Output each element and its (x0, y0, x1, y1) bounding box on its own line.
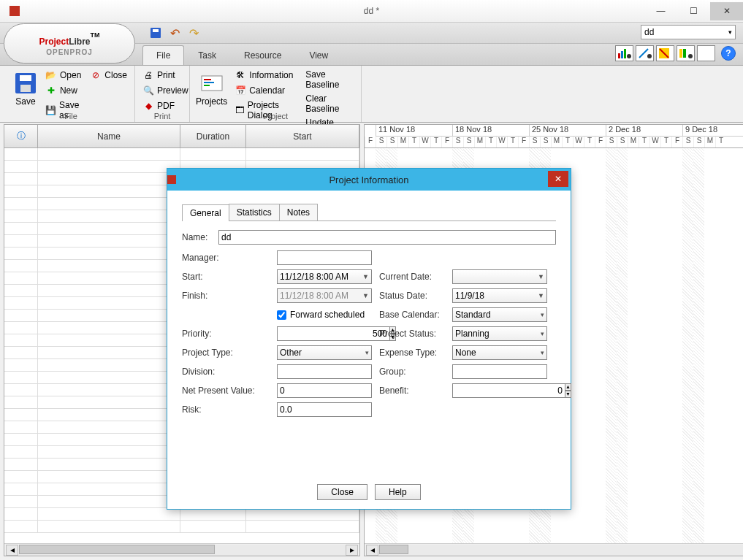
tab-notes[interactable]: Notes (279, 204, 318, 220)
grid-col-start[interactable]: Start (246, 125, 359, 147)
information-button[interactable]: 🛠Information (233, 69, 298, 82)
expense-type-field[interactable]: None▾ (452, 345, 547, 360)
svg-point-8 (647, 54, 652, 58)
timeline-day-label: T (715, 137, 726, 148)
timeline-day-label: W (573, 137, 584, 148)
view-icon-1[interactable] (615, 45, 633, 61)
dialog-close-btn[interactable]: Close (317, 484, 367, 500)
timeline-day-label: W (496, 137, 507, 148)
chevron-down-icon: ▼ (538, 273, 544, 280)
close-file-button[interactable]: ⊘Close (88, 69, 129, 82)
tab-statistics[interactable]: Statistics (229, 204, 280, 220)
undo-icon[interactable]: ↶ (169, 27, 180, 39)
tab-resource[interactable]: Resource (230, 45, 295, 65)
dialog-help-btn[interactable]: Help (375, 484, 421, 500)
benefit-field[interactable]: ▲▼ (452, 383, 547, 398)
scroll-left-icon[interactable]: ◂ (366, 545, 378, 556)
timeline-header: 11 Nov 1818 Nov 1825 Nov 182 Dec 189 Dec… (365, 125, 743, 148)
timeline-day-label: T (485, 137, 496, 148)
gantt-hscroll[interactable]: ◂ ▸ (365, 543, 743, 556)
save-icon[interactable] (150, 27, 161, 39)
timeline-day-label: S (386, 137, 397, 148)
pdf-button[interactable]: ◆PDF (141, 99, 190, 112)
timeline-day-label: M (474, 137, 485, 148)
timeline-day-label: W (649, 137, 660, 148)
save-baseline-button[interactable]: Save Baseline (304, 69, 355, 91)
finish-label: Finish: (182, 291, 270, 301)
timeline-day-label: S (529, 137, 540, 148)
tab-task[interactable]: Task (184, 45, 230, 65)
project-status-field[interactable]: Planning▾ (452, 326, 547, 341)
calendar-button[interactable]: 📅Calendar (233, 84, 298, 97)
information-icon: 🛠 (235, 69, 246, 81)
redo-icon[interactable]: ↷ (188, 27, 199, 39)
print-button[interactable]: 🖨Print (141, 69, 190, 82)
view-icon-5[interactable] (697, 45, 715, 61)
division-field[interactable] (277, 364, 372, 379)
npv-field[interactable] (277, 383, 372, 398)
status-date-field[interactable]: 11/9/18▼ (452, 288, 547, 303)
app-logo[interactable]: ProjectLibreTM OPENPROJ (4, 23, 135, 64)
timeline-day-label: M (551, 137, 562, 148)
priority-field[interactable]: ▲▼ (277, 326, 372, 341)
timeline-day-label: S (682, 137, 693, 148)
view-icon-3[interactable] (656, 45, 674, 61)
name-field[interactable] (218, 230, 556, 245)
timeline-day-label: M (704, 137, 715, 148)
svg-line-7 (639, 49, 648, 58)
project-selector[interactable]: dd ▾ (641, 25, 736, 39)
start-field[interactable]: 11/12/18 8:00 AM▼ (277, 269, 372, 284)
tab-view[interactable]: View (295, 45, 342, 65)
dialog-close-button[interactable]: ✕ (548, 171, 568, 187)
window-titlebar: dd * — ☐ ✕ (0, 0, 743, 22)
finish-field[interactable]: 11/12/18 8:00 AM▼ (277, 288, 372, 303)
tab-general[interactable]: General (182, 204, 229, 221)
dialog-titlebar[interactable]: Project Information ✕ (167, 169, 571, 191)
spin-down-icon[interactable]: ▼ (565, 391, 571, 398)
current-date-field[interactable]: ▼ (452, 269, 547, 284)
group-field[interactable] (452, 364, 547, 379)
chevron-down-icon: ▾ (541, 311, 544, 318)
projects-button[interactable]: Projects (196, 69, 227, 110)
manager-field[interactable] (277, 250, 372, 265)
forward-scheduled-checkbox[interactable]: Forward scheduled (277, 310, 372, 320)
base-calendar-field[interactable]: Standard▾ (452, 307, 547, 322)
table-row[interactable] (4, 508, 359, 521)
timeline-day-label: T (660, 137, 671, 148)
view-icon-4[interactable] (677, 45, 695, 61)
new-button[interactable]: ✚New (44, 84, 83, 97)
risk-field[interactable] (277, 402, 372, 417)
project-type-field[interactable]: Other▾ (277, 345, 372, 360)
timeline-day-label: M (397, 137, 408, 148)
help-icon[interactable]: ? (721, 46, 736, 61)
timeline-day-label: F (671, 137, 682, 148)
save-button[interactable]: Save (13, 69, 38, 110)
view-icon-2[interactable] (636, 45, 654, 61)
svg-rect-11 (679, 49, 682, 58)
table-row[interactable] (4, 521, 359, 533)
grid-col-info[interactable]: ⓘ (4, 125, 38, 147)
info-header-icon: ⓘ (17, 130, 26, 142)
open-button[interactable]: 📂Open (44, 69, 83, 82)
print-icon: 🖨 (142, 69, 154, 81)
tab-file[interactable]: File (142, 45, 184, 65)
table-row[interactable] (4, 148, 359, 161)
svg-rect-2 (153, 29, 159, 32)
scroll-right-icon[interactable]: ▸ (346, 545, 358, 556)
grid-col-duration[interactable]: Duration (180, 125, 246, 147)
group-label: Group: (379, 367, 445, 377)
timeline-day-label: S (617, 137, 628, 148)
grid-hscroll[interactable]: ◂ ▸ (4, 543, 359, 556)
scroll-left-icon[interactable]: ◂ (6, 545, 18, 556)
svg-rect-5 (624, 49, 626, 58)
grid-col-name[interactable]: Name (38, 125, 180, 147)
timeline-day-label: T (430, 137, 441, 148)
benefit-label: Benefit: (379, 386, 445, 396)
preview-button[interactable]: 🔍Preview (141, 84, 190, 97)
chevron-down-icon: ▾ (541, 349, 544, 356)
new-icon: ✚ (45, 85, 57, 96)
svg-rect-19 (204, 82, 214, 83)
manager-label: Manager: (182, 253, 270, 263)
spin-up-icon[interactable]: ▲ (565, 383, 571, 391)
timeline-week-label: 25 Nov 18 (529, 125, 606, 136)
